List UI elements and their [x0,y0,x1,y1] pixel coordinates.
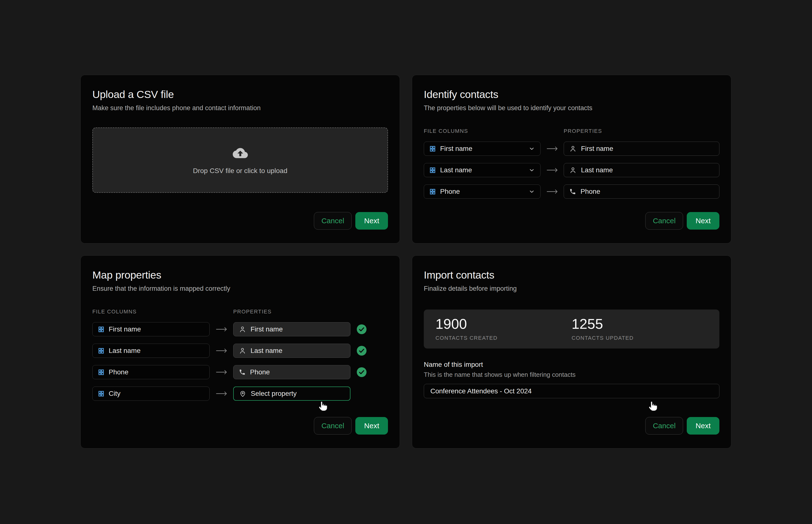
property-value: Phone [250,368,270,376]
arrow-right-icon [210,369,233,375]
properties-header: PROPERTIES [233,309,350,315]
file-column-dropdown[interactable]: First name [424,142,541,156]
import-name-help: This is the name that shows up when filt… [424,371,719,378]
page-subtitle: Make sure the file includes phone and co… [93,104,388,112]
stat-value: 1900 [435,317,572,331]
next-button[interactable]: Next [687,417,719,435]
grid-columns-icon [98,390,104,397]
arrow-right-icon [210,326,233,332]
file-column-value: Phone [109,368,129,376]
arrow-right-icon [541,146,564,152]
page-title: Import contacts [424,269,719,281]
mapping-row: Last name Last name [424,163,719,177]
file-column-value: Phone [440,188,460,195]
mapping-row: Phone Phone [424,184,719,199]
check-circle-icon [350,367,388,377]
cancel-button[interactable]: Cancel [314,212,352,230]
arrow-right-icon [541,189,564,195]
person-icon [239,326,246,333]
stat-label: CONTACTS CREATED [435,335,572,341]
cancel-button[interactable]: Cancel [645,212,683,230]
column-headers: FILE COLUMNS PROPERTIES [93,309,388,315]
page-title: Identify contacts [424,89,719,100]
cancel-button[interactable]: Cancel [645,417,683,435]
mapping-row: City Select property [93,387,388,401]
page-subtitle: Ensure that the information is mapped co… [93,285,388,293]
panel-footer: Cancel Next [93,417,388,435]
file-column-field[interactable]: Last name [93,344,210,358]
panel-footer: Cancel Next [93,212,388,230]
stat-contacts-updated: 1255 CONTACTS UPDATED [572,317,708,341]
csv-dropzone[interactable]: Drop CSV file or click to upload [93,128,388,193]
panel-footer: Cancel Next [424,212,719,230]
property-field[interactable]: First name [233,322,350,336]
page-subtitle: The properties below will be used to ide… [424,104,719,112]
select-property-field[interactable]: Select property [233,387,350,401]
location-pin-icon [239,390,246,397]
property-field[interactable]: Last name [564,163,719,177]
chevron-down-icon [529,167,535,173]
next-button[interactable]: Next [687,212,719,230]
arrow-right-icon [541,167,564,173]
file-columns-header: FILE COLUMNS [424,128,541,134]
mapping-row: Last name Last name [93,344,388,358]
properties-header: PROPERTIES [564,128,719,134]
grid-columns-icon [98,369,104,375]
next-button[interactable]: Next [355,417,388,435]
import-name-label: Name of this import [424,361,719,369]
identify-contacts-panel: Identify contacts The properties below w… [412,75,731,244]
mapping-row: First name First name [424,142,719,156]
grid-columns-icon [98,326,104,332]
page-title: Upload a CSV file [93,89,388,100]
phone-icon [239,369,246,376]
file-column-dropdown[interactable]: Last name [424,163,541,177]
file-column-field[interactable]: Phone [93,365,210,379]
property-value: First name [581,145,613,152]
import-wizard-screens: Upload a CSV file Make sure the file inc… [0,0,812,524]
panel-footer: Cancel Next [424,417,719,435]
check-circle-icon [350,324,388,334]
property-field[interactable]: Phone [564,184,719,199]
dropzone-label: Drop CSV file or click to upload [193,167,287,175]
chevron-down-icon [529,189,535,195]
file-column-dropdown[interactable]: Phone [424,184,541,199]
arrow-right-icon [210,347,233,354]
mapping-row: First name First name [93,322,388,336]
file-columns-header: FILE COLUMNS [93,309,210,315]
file-column-value: First name [440,145,472,152]
chevron-down-icon [529,146,535,152]
property-field[interactable]: Phone [233,365,350,379]
upload-csv-panel: Upload a CSV file Make sure the file inc… [80,75,400,244]
check-circle-icon [350,346,388,356]
column-headers: FILE COLUMNS PROPERTIES [424,128,719,134]
file-column-value: Last name [109,347,140,355]
property-field[interactable]: Last name [233,344,350,358]
grid-columns-icon [429,189,436,195]
stat-value: 1255 [572,317,708,331]
person-icon [239,347,246,354]
grid-columns-icon [98,347,104,354]
mapping-rows: First name First name [93,322,388,401]
import-contacts-panel: Import contacts Finalize details before … [412,256,731,448]
stat-label: CONTACTS UPDATED [572,335,708,341]
phone-icon [569,188,576,195]
property-value: Last name [250,347,282,355]
page-title: Map properties [93,269,388,281]
stat-contacts-created: 1900 CONTACTS CREATED [435,317,572,341]
grid-columns-icon [429,167,436,173]
property-value: Last name [581,166,613,174]
file-column-field[interactable]: City [93,387,210,401]
mapping-rows: First name First name [424,142,719,199]
next-button[interactable]: Next [355,212,388,230]
property-value: First name [250,325,283,333]
cloud-upload-icon [233,146,248,161]
import-name-input[interactable] [424,384,719,398]
mapping-row: Phone Phone [93,365,388,379]
import-stats-card: 1900 CONTACTS CREATED 1255 CONTACTS UPDA… [424,310,719,348]
cancel-button[interactable]: Cancel [314,417,352,435]
property-field[interactable]: First name [564,142,719,156]
file-column-field[interactable]: First name [93,322,210,336]
property-placeholder: Select property [251,390,297,397]
map-properties-panel: Map properties Ensure that the informati… [80,256,400,448]
property-value: Phone [580,188,600,195]
